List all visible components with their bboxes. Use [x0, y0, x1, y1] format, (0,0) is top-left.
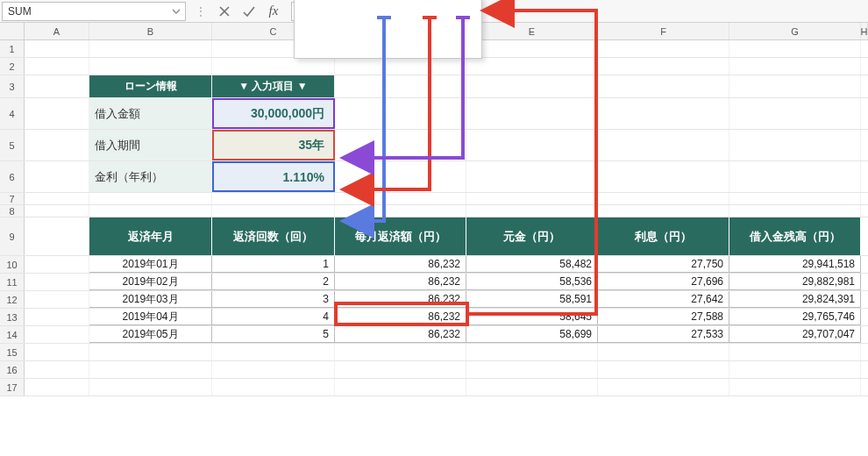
cell-principal[interactable]: 58,591	[466, 291, 598, 308]
cell[interactable]	[729, 130, 861, 160]
cell[interactable]	[729, 98, 861, 129]
cell[interactable]	[25, 274, 89, 290]
cell[interactable]	[466, 58, 598, 75]
cell[interactable]	[466, 193, 598, 204]
cell[interactable]	[466, 361, 598, 378]
cell[interactable]	[335, 205, 466, 217]
cell[interactable]	[212, 193, 335, 204]
cell-month[interactable]: 2019年05月	[89, 326, 212, 343]
name-box[interactable]: SUM	[2, 2, 186, 21]
cell-interest[interactable]: 27,588	[598, 309, 729, 325]
thdr-balance[interactable]: 借入金残高（円）	[729, 217, 861, 255]
cell[interactable]	[466, 161, 598, 192]
cell-count[interactable]: 4	[212, 309, 335, 325]
loan-header-label[interactable]: ローン情報	[89, 75, 212, 97]
cell[interactable]	[729, 344, 861, 360]
cell-principal[interactable]: 58,699	[466, 326, 598, 343]
col-header-E[interactable]: E	[466, 23, 598, 39]
row-header[interactable]: 4	[0, 98, 25, 129]
cell[interactable]	[466, 98, 598, 129]
cell[interactable]	[598, 161, 729, 192]
cell[interactable]	[212, 205, 335, 217]
cell-balance[interactable]: 29,707,047	[729, 326, 861, 343]
cell[interactable]	[89, 379, 212, 395]
cell[interactable]	[25, 344, 89, 360]
cell[interactable]	[89, 193, 212, 204]
cell-interest[interactable]: 27,696	[598, 274, 729, 290]
cell-month[interactable]: 2019年01月	[89, 256, 212, 273]
loan-period-label[interactable]: 借入期間	[89, 130, 212, 160]
cell[interactable]	[598, 344, 729, 360]
cancel-icon[interactable]	[216, 3, 233, 20]
cell[interactable]	[25, 379, 89, 395]
cell[interactable]	[89, 40, 212, 57]
cell[interactable]	[729, 58, 861, 75]
cell-payment[interactable]: 86,232	[335, 274, 466, 290]
row-header[interactable]: 17	[0, 379, 25, 395]
cell[interactable]	[598, 58, 729, 75]
cell[interactable]	[335, 379, 466, 395]
loan-amount-value[interactable]: 30,000,000円	[212, 98, 335, 129]
fx-icon[interactable]: fx	[265, 3, 282, 20]
loan-rate-label[interactable]: 金利（年利）	[89, 161, 212, 192]
cell[interactable]	[335, 98, 466, 129]
cell[interactable]	[212, 344, 335, 360]
cell-balance[interactable]: 29,824,391	[729, 291, 861, 308]
cell-balance[interactable]: 29,941,518	[729, 256, 861, 273]
cell-interest[interactable]: 27,750	[598, 256, 729, 273]
cell[interactable]	[25, 291, 89, 308]
cell[interactable]	[729, 193, 861, 204]
row-header[interactable]: 3	[0, 75, 25, 97]
loan-rate-value[interactable]: 1.110%	[212, 161, 335, 192]
cell[interactable]	[598, 75, 729, 97]
cell-count[interactable]: 1	[212, 256, 335, 273]
cell[interactable]	[89, 205, 212, 217]
cell[interactable]	[466, 75, 598, 97]
cell[interactable]	[335, 58, 466, 75]
col-header-F[interactable]: F	[598, 23, 729, 39]
row-header[interactable]: 5	[0, 130, 25, 160]
thdr-principal[interactable]: 元金（円）	[466, 217, 598, 255]
row-header[interactable]: 12	[0, 291, 25, 308]
cell[interactable]	[598, 40, 729, 57]
cell[interactable]	[335, 361, 466, 378]
cell[interactable]	[598, 205, 729, 217]
row-header[interactable]: 2	[0, 58, 25, 75]
cell[interactable]	[25, 193, 89, 204]
row-header[interactable]: 13	[0, 309, 25, 325]
select-all-corner[interactable]	[0, 23, 25, 39]
cell-month[interactable]: 2019年04月	[89, 309, 212, 325]
cell-principal[interactable]: 58,645	[466, 309, 598, 325]
cell-principal[interactable]: 58,482	[466, 256, 598, 273]
cell[interactable]	[598, 361, 729, 378]
cell-count[interactable]: 5	[212, 326, 335, 343]
row-header[interactable]: 11	[0, 274, 25, 290]
cell[interactable]	[466, 130, 598, 160]
cell-count[interactable]: 3	[212, 291, 335, 308]
cell[interactable]	[335, 161, 466, 192]
cell-month[interactable]: 2019年02月	[89, 274, 212, 290]
row-header[interactable]: 16	[0, 361, 25, 378]
cell[interactable]	[335, 75, 466, 97]
cell[interactable]	[25, 75, 89, 97]
row-header[interactable]: 14	[0, 326, 25, 343]
row-header[interactable]: 1	[0, 40, 25, 57]
cell-interest[interactable]: 27,533	[598, 326, 729, 343]
col-header-G[interactable]: G	[729, 23, 861, 39]
cell[interactable]	[25, 98, 89, 129]
cell-month[interactable]: 2019年03月	[89, 291, 212, 308]
cell[interactable]	[89, 58, 212, 75]
cell[interactable]	[25, 205, 89, 217]
row-header[interactable]: 8	[0, 205, 25, 217]
cell[interactable]	[466, 40, 598, 57]
cell-balance[interactable]: 29,882,981	[729, 274, 861, 290]
cell[interactable]	[25, 256, 89, 273]
thdr-interest[interactable]: 利息（円）	[598, 217, 729, 255]
row-header[interactable]: 6	[0, 161, 25, 192]
cell[interactable]	[598, 130, 729, 160]
cell[interactable]	[212, 361, 335, 378]
cell[interactable]	[25, 161, 89, 192]
row-header[interactable]: 7	[0, 193, 25, 204]
cell[interactable]	[335, 193, 466, 204]
cell[interactable]	[598, 98, 729, 129]
